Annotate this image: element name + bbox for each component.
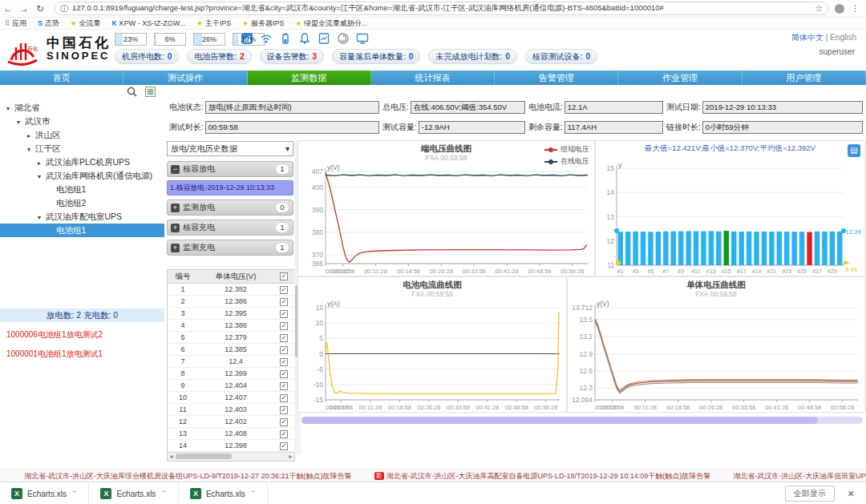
legend-item[interactable]: 组端电压 [544, 144, 589, 155]
bookmark-star-icon[interactable]: ☆ [815, 3, 823, 14]
row-checkbox[interactable]: ✓ [280, 418, 288, 426]
nav-item-用户管理[interactable]: 用户管理 [743, 71, 866, 85]
table-row[interactable]: 612.385✓ [168, 344, 294, 356]
show-all-downloads-button[interactable]: 全部显示 [785, 486, 835, 502]
refresh-icon[interactable] [337, 32, 350, 45]
bookmark-item[interactable]: ⠿应用 [5, 18, 26, 29]
wifi-icon[interactable] [260, 32, 273, 45]
bookmark-item[interactable]: ★主干IPS [196, 18, 231, 29]
row-checkbox[interactable]: ✓ [280, 298, 288, 306]
row-checkbox[interactable]: ✓ [280, 286, 288, 294]
table-row[interactable]: 912.404✓ [168, 380, 294, 392]
row-checkbox[interactable]: ✓ [280, 346, 288, 354]
history-type-select[interactable]: 放电/充电历史数据 ▾ [167, 141, 293, 156]
table-row[interactable]: 412.386✓ [168, 320, 294, 332]
table-row[interactable]: 112.382✓ [168, 284, 294, 296]
bookmark-item[interactable]: ★绿盟全流量威胁分... [295, 18, 367, 29]
table-row[interactable]: 1312.408✓ [168, 428, 294, 440]
legend-item[interactable]: 在线电压 [544, 156, 589, 167]
table-row[interactable]: 712.4✓ [168, 356, 294, 368]
tree-expand-icon[interactable]: ▾ [38, 170, 46, 183]
charts-hscrollbar[interactable] [301, 417, 863, 424]
list-icon[interactable] [145, 87, 156, 97]
table-hscrollbar[interactable]: ◄ ► [168, 452, 294, 461]
info-icon[interactable]: ⓘ [60, 3, 68, 14]
tree-expand-icon[interactable]: ▾ [6, 102, 14, 115]
hscroll-thumb[interactable] [176, 454, 232, 459]
bookmark-item[interactable]: S态势 [38, 18, 59, 29]
nav-item-作业管理[interactable]: 作业管理 [618, 71, 742, 85]
tree-node[interactable]: ▾武汉油库网络机房(通信电源) [0, 169, 164, 183]
alarm-message[interactable]: 湖北省-武汉市-洪山区-大庆油库值班室UPS-ZK/T2019-12-27 14… [733, 471, 866, 482]
bookmark-item[interactable]: KKPW - XS-IZ-ZGW... [112, 19, 186, 27]
row-checkbox[interactable]: ✓ [280, 310, 288, 318]
reload-icon[interactable]: ↻ [32, 3, 48, 14]
download-menu-icon[interactable]: ⌃ [160, 490, 167, 498]
alarm-message[interactable]: 湖北省-武汉市-洪山区-大庆油库综合楼机房设备组UPS-LD-9/T2019-1… [24, 471, 352, 482]
table-row[interactable]: 312.395✓ [168, 308, 294, 320]
download-menu-icon[interactable]: ⌃ [250, 490, 257, 498]
download-menu-icon[interactable]: ⌃ [71, 490, 78, 498]
table-row[interactable]: 1112.403✓ [168, 404, 294, 416]
tree-node[interactable]: ▾江干区 [0, 142, 164, 155]
nav-item-测试操作[interactable]: 测试操作 [123, 71, 247, 85]
collapse-icon[interactable]: − [171, 165, 180, 174]
bell-icon[interactable] [298, 32, 311, 45]
expand-icon[interactable]: + [171, 224, 180, 232]
nav-item-监测数据[interactable]: 监测数据 [248, 71, 371, 85]
tree-node[interactable]: ▾武汉油库配电室UPS [0, 210, 164, 224]
lang-en-link[interactable]: English [830, 33, 856, 42]
export-icon[interactable]: ▤ [848, 144, 860, 157]
tree-node[interactable]: ▾武汉市 [0, 115, 164, 128]
test-task-link[interactable]: 1000006电池组1放电测试2 [0, 325, 164, 345]
row-checkbox[interactable]: ✓ [280, 442, 288, 450]
row-checkbox[interactable]: ✓ [280, 430, 288, 438]
tree-node[interactable]: 电池组2 [0, 196, 164, 210]
profile-avatar-icon[interactable] [835, 4, 844, 14]
tree-expand-icon[interactable]: ▾ [17, 115, 25, 128]
tree-expand-icon[interactable]: ▾ [27, 143, 35, 155]
tree-node[interactable]: 电池组1 [0, 183, 164, 196]
table-row[interactable]: 1412.398✓ [168, 440, 294, 452]
tree-node[interactable]: ▾湖北省 [0, 101, 164, 115]
tree-collapsed-icon[interactable]: ▸ [38, 156, 46, 169]
test-task-link[interactable]: 1000001电池组1放电测试1 [0, 345, 164, 364]
row-checkbox[interactable]: ✓ [280, 406, 288, 414]
url-bar[interactable]: ⓘ 127.0.0.1:8919/fuguang/charge-test.jsp… [55, 2, 828, 15]
charts-hscroll-thumb[interactable] [301, 417, 818, 424]
tree-expand-icon[interactable]: ▾ [38, 211, 46, 224]
table-row[interactable]: 212.386✓ [168, 296, 294, 308]
scroll-right-icon[interactable]: ► [288, 453, 293, 461]
history-section-header[interactable]: +监测放电0 [167, 200, 293, 216]
nav-item-告警管理[interactable]: 告警管理 [495, 71, 618, 85]
nav-item-统计报表[interactable]: 统计报表 [371, 71, 495, 85]
table-row[interactable]: 1212.402✓ [168, 416, 294, 428]
tree-node[interactable]: ▸洪山区 [0, 128, 164, 142]
forward-icon[interactable]: → [16, 3, 32, 14]
browser-menu-icon[interactable]: ⋮ [851, 3, 860, 14]
report-icon[interactable] [318, 32, 330, 45]
bookmark-item[interactable]: ★全流量 [71, 18, 101, 29]
close-download-bar-icon[interactable]: ✕ [848, 489, 855, 499]
history-section-header[interactable]: −核容放电1 [167, 161, 293, 177]
battery-icon[interactable] [279, 32, 292, 45]
history-section-header[interactable]: +核容充电1 [167, 220, 293, 236]
tree-collapsed-icon[interactable]: ▸ [27, 129, 35, 142]
table-row[interactable]: 512.379✓ [168, 332, 294, 344]
language-switch[interactable]: 简体中文 | English [791, 32, 856, 43]
bookmark-item[interactable]: ★服务器IPS [242, 18, 284, 29]
history-section-header[interactable]: +监测充电1 [167, 240, 293, 256]
row-checkbox[interactable]: ✓ [280, 382, 288, 390]
table-row[interactable]: 812.399✓ [168, 368, 294, 380]
scroll-left-icon[interactable]: ◄ [168, 453, 174, 461]
row-checkbox[interactable]: ✓ [280, 334, 288, 342]
select-all-checkbox[interactable]: ✓ [280, 272, 288, 280]
nav-item-首页[interactable]: 首页 [0, 71, 123, 85]
download-item[interactable]: XEcharts.xls⌃ [179, 482, 268, 504]
tree-node[interactable]: ▸武汉油库PLC机房UPS [0, 155, 164, 169]
row-checkbox[interactable]: ✓ [280, 394, 288, 402]
alarm-message[interactable]: 新湖北省-武汉市-洪山区-大庆油库高配室自备电源UPS-LD-18/T2019-… [374, 471, 711, 482]
lang-cn-link[interactable]: 简体中文 [791, 33, 824, 42]
tree-node[interactable]: 电池组1 [0, 224, 164, 237]
back-icon[interactable]: ← [0, 3, 16, 14]
